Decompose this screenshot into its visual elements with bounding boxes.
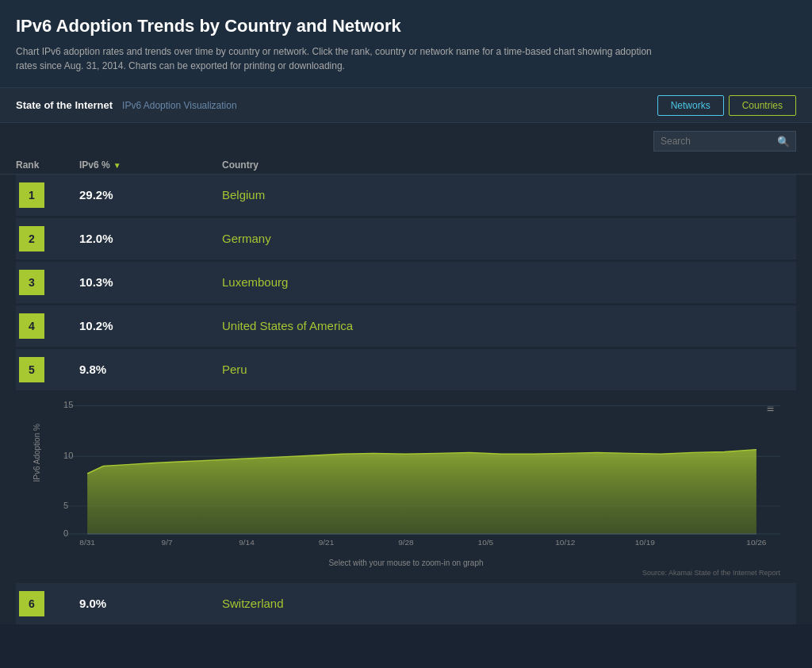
col-country: Country bbox=[222, 159, 796, 171]
page-header: IPv6 Adoption Trends by Country and Netw… bbox=[0, 0, 812, 88]
networks-button[interactable]: Networks bbox=[657, 95, 724, 116]
svg-text:10/26: 10/26 bbox=[746, 539, 766, 547]
chart-x-label: Select with your mouse to zoom-in on gra… bbox=[32, 559, 780, 567]
svg-text:15: 15 bbox=[63, 401, 73, 410]
rank-badge: 4 bbox=[19, 313, 44, 339]
rank-cell: 6 bbox=[16, 591, 79, 616]
rank-cell: 4 bbox=[16, 313, 79, 339]
svg-text:0: 0 bbox=[63, 528, 68, 538]
svg-text:10/5: 10/5 bbox=[478, 539, 494, 547]
nav-left: State of the Internet IPv6 Adoption Visu… bbox=[16, 99, 237, 111]
search-bar: 🔍 bbox=[0, 123, 812, 156]
table-row[interactable]: 2 12.0% Germany bbox=[16, 218, 796, 259]
ipv6-value: 12.0% bbox=[79, 232, 222, 245]
chart-wrap: IPv6 Adoption % 15 10 5 0 bbox=[32, 398, 780, 573]
search-input[interactable] bbox=[653, 131, 796, 152]
country-name: Peru bbox=[222, 363, 796, 376]
page-title: IPv6 Adoption Trends by Country and Netw… bbox=[16, 16, 796, 36]
rank-cell: 3 bbox=[16, 270, 79, 295]
nav-right: Networks Countries bbox=[657, 95, 796, 116]
search-wrap: 🔍 bbox=[653, 131, 796, 152]
svg-text:10/12: 10/12 bbox=[555, 539, 575, 547]
chart-container: ≡ IPv6 Adoption % 15 10 5 0 bbox=[16, 390, 796, 581]
svg-text:10: 10 bbox=[63, 451, 73, 460]
chart-svg: 15 10 5 0 bbox=[63, 398, 780, 549]
chart-y-label: IPv6 Adoption % bbox=[33, 424, 41, 482]
nav-sub: IPv6 Adoption Visualization bbox=[122, 100, 237, 111]
chart-source: Source: Akamai State of the Internet Rep… bbox=[32, 569, 780, 577]
svg-text:10/19: 10/19 bbox=[635, 539, 655, 547]
rank-badge: 2 bbox=[19, 226, 44, 251]
search-icon: 🔍 bbox=[777, 136, 790, 148]
data-table: 1 29.2% Belgium 2 12.0% Germany 3 10.3% … bbox=[0, 175, 812, 624]
svg-text:9/28: 9/28 bbox=[398, 539, 414, 547]
table-row[interactable]: 4 10.2% United States of America bbox=[16, 305, 796, 347]
rank-cell: 2 bbox=[16, 226, 79, 251]
nav-bar: State of the Internet IPv6 Adoption Visu… bbox=[0, 88, 812, 123]
rank-badge: 5 bbox=[19, 357, 44, 382]
page-description: Chart IPv6 adoption rates and trends ove… bbox=[16, 44, 666, 73]
svg-text:9/7: 9/7 bbox=[162, 539, 173, 547]
svg-text:9/21: 9/21 bbox=[319, 539, 335, 547]
table-area: 🔍 Rank IPv6 % ▼ Country 1 29.2% Belgium … bbox=[0, 123, 812, 624]
col-ipv6[interactable]: IPv6 % ▼ bbox=[79, 159, 222, 171]
nav-brand: State of the Internet bbox=[16, 99, 113, 111]
ipv6-value: 10.3% bbox=[79, 275, 222, 289]
rank-badge: 6 bbox=[19, 591, 44, 616]
ipv6-value: 10.2% bbox=[79, 319, 222, 332]
country-name: Germany bbox=[222, 232, 796, 245]
sort-icon: ▼ bbox=[113, 161, 121, 170]
svg-text:8/31: 8/31 bbox=[79, 539, 95, 547]
rank-badge: 3 bbox=[19, 270, 44, 295]
column-headers: Rank IPv6 % ▼ Country bbox=[0, 156, 812, 175]
country-name: Belgium bbox=[222, 188, 796, 202]
rank-cell: 5 bbox=[16, 357, 79, 382]
rank-badge: 1 bbox=[19, 182, 44, 208]
country-name: Switzerland bbox=[222, 597, 796, 610]
ipv6-value: 29.2% bbox=[79, 188, 222, 202]
table-row[interactable]: 5 9.8% Peru bbox=[16, 349, 796, 390]
country-name: Luxembourg bbox=[222, 275, 796, 289]
rank-cell: 1 bbox=[16, 182, 79, 208]
country-name: United States of America bbox=[222, 319, 796, 332]
svg-text:9/14: 9/14 bbox=[239, 539, 255, 547]
ipv6-value: 9.8% bbox=[79, 363, 222, 376]
table-row[interactable]: 6 9.0% Switzerland bbox=[16, 583, 796, 624]
ipv6-value: 9.0% bbox=[79, 597, 222, 610]
col-rank: Rank bbox=[16, 159, 79, 171]
countries-button[interactable]: Countries bbox=[729, 95, 796, 116]
table-row[interactable]: 3 10.3% Luxembourg bbox=[16, 262, 796, 303]
svg-text:5: 5 bbox=[63, 501, 68, 510]
table-row[interactable]: 1 29.2% Belgium bbox=[16, 175, 796, 216]
